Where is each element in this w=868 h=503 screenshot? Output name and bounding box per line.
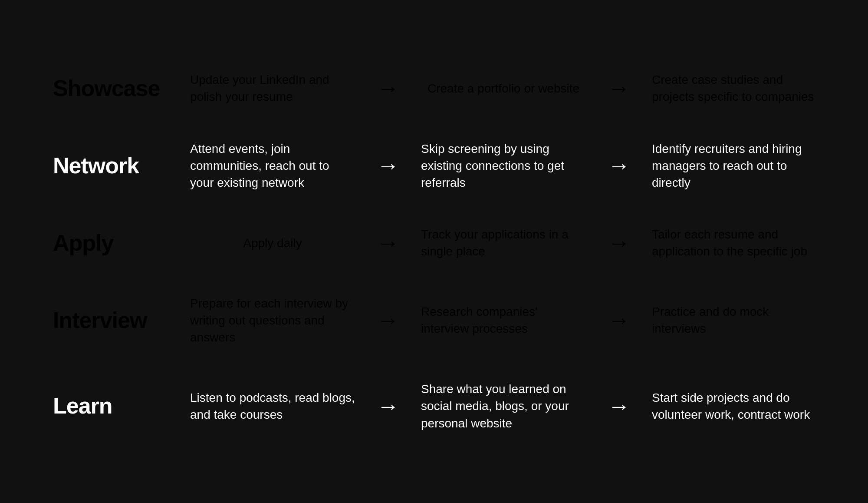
arrow2-icon-learn: → [608,395,630,417]
step3-text-network: Identify recruiters and hiring managers … [652,140,817,192]
step2-interview: Research companies' interview processes [405,278,602,364]
category-learn: Learn [36,363,174,449]
arrow2-showcase: → [602,54,636,122]
step3-text-showcase: Create case studies and projects specifi… [652,71,817,105]
step1-text-apply: Apply daily [243,235,302,252]
category-label-showcase: Showcase [53,76,160,101]
arrow2-icon-apply: → [608,232,630,254]
strategy-grid: ShowcaseUpdate your LinkedIn and polish … [35,53,833,450]
category-label-apply: Apply [53,231,113,255]
step1-network: Attend events, join communities, reach o… [174,123,371,209]
arrow1-apply: → [371,208,405,277]
step2-text-network: Skip screening by using existing connect… [421,140,586,192]
category-apply: Apply [36,208,174,277]
arrow1-icon-learn: → [377,395,399,417]
arrow2-icon-network: → [608,154,630,177]
step2-text-showcase: Create a portfolio or website [427,80,579,97]
arrow1-icon-network: → [377,154,399,177]
arrow1-interview: → [371,278,405,364]
step1-interview: Prepare for each interview by writing ou… [174,278,371,364]
category-interview: Interview [36,278,174,364]
step2-text-apply: Track your applications in a single plac… [421,226,586,260]
step2-showcase: Create a portfolio or website [405,54,602,122]
step1-text-network: Attend events, join communities, reach o… [190,140,355,192]
step1-text-interview: Prepare for each interview by writing ou… [190,295,355,346]
step1-text-learn: Listen to podcasts, read blogs, and take… [190,389,355,423]
arrow2-icon-interview: → [608,309,630,331]
arrow2-icon-showcase: → [608,77,630,99]
arrow1-icon-apply: → [377,232,399,254]
step2-text-interview: Research companies' interview processes [421,303,586,337]
arrow2-network: → [602,123,636,209]
step2-network: Skip screening by using existing connect… [405,123,602,209]
step1-text-showcase: Update your LinkedIn and polish your res… [190,71,355,105]
step2-apply: Track your applications in a single plac… [405,208,602,277]
category-label-network: Network [53,153,139,178]
step3-interview: Practice and do mock interviews [636,278,832,364]
category-network: Network [36,123,174,209]
step3-text-apply: Tailor each resume and application to th… [652,226,817,260]
step3-network: Identify recruiters and hiring managers … [636,123,832,209]
category-label-interview: Interview [53,308,147,333]
step1-apply: Apply daily [174,208,371,277]
step1-learn: Listen to podcasts, read blogs, and take… [174,363,371,449]
step1-showcase: Update your LinkedIn and polish your res… [174,54,371,122]
arrow1-learn: → [371,363,405,449]
step3-text-interview: Practice and do mock interviews [652,303,817,337]
arrow1-icon-interview: → [377,309,399,331]
arrow2-apply: → [602,208,636,277]
arrow1-showcase: → [371,54,405,122]
step3-apply: Tailor each resume and application to th… [636,208,832,277]
arrow1-network: → [371,123,405,209]
step2-learn: Share what you learned on social media, … [405,363,602,449]
step3-showcase: Create case studies and projects specifi… [636,54,832,122]
step2-text-learn: Share what you learned on social media, … [421,381,586,432]
arrow2-learn: → [602,363,636,449]
step3-learn: Start side projects and do volunteer wor… [636,363,832,449]
category-label-learn: Learn [53,394,112,418]
step3-text-learn: Start side projects and do volunteer wor… [652,389,817,423]
arrow2-interview: → [602,278,636,364]
main-container: ShowcaseUpdate your LinkedIn and polish … [17,27,851,476]
category-showcase: Showcase [36,54,174,122]
arrow1-icon-showcase: → [377,77,399,99]
